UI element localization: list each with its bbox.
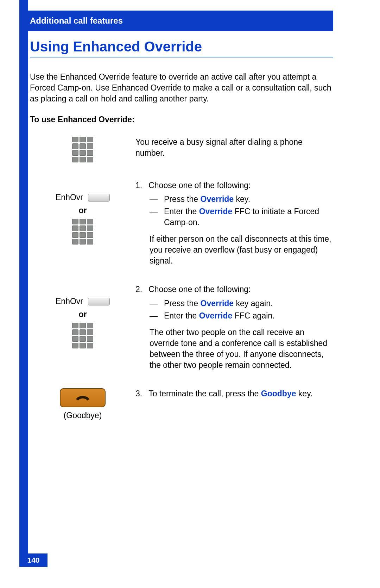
content-area: Using Enhanced Override Use the Enhanced…: [30, 39, 333, 420]
step2-bullet2: — Enter the Override FFC again.: [150, 310, 333, 321]
step2-b1-text: Press the Override key again.: [164, 298, 273, 309]
enhovr-key-row: EnhOvr: [56, 297, 110, 306]
section-header: Additional call features: [19, 11, 333, 31]
step1-right: 1. Choose one of the following: — Press …: [135, 180, 333, 266]
page-title: Using Enhanced Override: [30, 39, 333, 55]
step1-b2-text: Enter the Override FFC to initiate a For…: [164, 206, 333, 228]
softkey-icon: [88, 194, 110, 202]
step2-b2-text: Enter the Override FFC again.: [164, 310, 275, 321]
or-label: or: [79, 206, 87, 215]
intro-paragraph: Use the Enhanced Override feature to ove…: [30, 72, 333, 104]
dash-icon: —: [150, 194, 158, 205]
step3-num: 3.: [135, 388, 142, 399]
step2-lead: 2. Choose one of the following:: [135, 284, 333, 295]
step3-text: To terminate the call, press the Goodbye…: [148, 388, 312, 399]
step1-left: EnhOvr or: [30, 180, 135, 245]
keypad-icon: [72, 323, 93, 348]
keypad-icon: [72, 219, 93, 245]
step2-right: 2. Choose one of the following: — Press …: [135, 284, 333, 370]
step-row-3: (Goodbye) 3. To terminate the call, pres…: [30, 388, 333, 420]
handset-icon: [73, 394, 92, 402]
step3-right: 3. To terminate the call, press the Good…: [135, 388, 333, 402]
step3-left: (Goodbye): [30, 388, 135, 420]
keypad-icon: [72, 137, 93, 162]
step2-bullet1: — Press the Override key again.: [150, 298, 333, 309]
step2-left: EnhOvr or: [30, 284, 135, 348]
dash-icon: —: [150, 310, 158, 321]
step1-num: 1.: [135, 180, 142, 191]
page-number-box: 140: [19, 553, 48, 567]
step1-b1-text: Press the Override key.: [164, 194, 250, 205]
side-stripe: [19, 0, 28, 560]
step1-bullet1: — Press the Override key.: [150, 194, 333, 205]
step1-para: If either person on the call disconnects…: [150, 234, 333, 266]
step0-text: You receive a busy signal after dialing …: [135, 137, 333, 159]
step0-left: [30, 137, 135, 162]
step1-lead-text: Choose one of the following:: [148, 180, 251, 191]
or-label: or: [79, 310, 87, 319]
enhovr-key-row: EnhOvr: [56, 193, 110, 202]
dash-icon: —: [150, 206, 158, 228]
procedure-heading: To use Enhanced Override:: [30, 115, 333, 124]
goodbye-button-icon: [60, 388, 106, 407]
enhovr-label: EnhOvr: [56, 297, 83, 306]
step2-para: The other two people on the call receive…: [150, 327, 333, 371]
step-row-1: EnhOvr or 1. Choose one of the following…: [30, 180, 333, 266]
page-number: 140: [27, 556, 39, 564]
step3-line: 3. To terminate the call, press the Good…: [135, 388, 333, 399]
section-header-text: Additional call features: [30, 16, 123, 26]
goodbye-label: (Goodbye): [64, 411, 102, 420]
dash-icon: —: [150, 298, 158, 309]
softkey-icon: [88, 298, 110, 305]
step2-lead-text: Choose one of the following:: [148, 284, 251, 295]
step-row-0: You receive a busy signal after dialing …: [30, 137, 333, 162]
enhovr-label: EnhOvr: [56, 193, 83, 202]
title-rule: [30, 57, 333, 57]
step1-bullet2: — Enter the Override FFC to initiate a F…: [150, 206, 333, 228]
step1-lead: 1. Choose one of the following:: [135, 180, 333, 191]
step-row-2: EnhOvr or 2. Choose one of the following…: [30, 284, 333, 370]
step2-num: 2.: [135, 284, 142, 295]
